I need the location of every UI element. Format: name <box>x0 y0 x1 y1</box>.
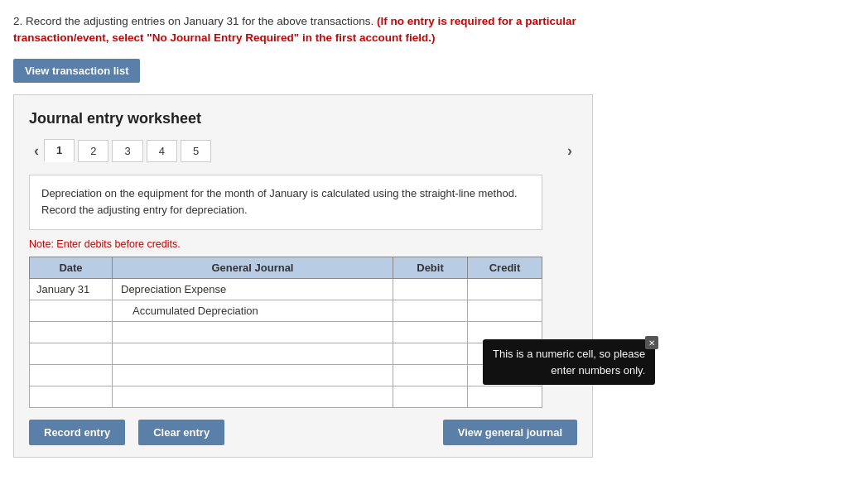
note-text: Note: Enter debits before credits. <box>29 238 577 250</box>
journal-cell-2[interactable] <box>113 322 393 343</box>
table-row <box>30 343 542 365</box>
credit-cell-0[interactable] <box>468 279 542 300</box>
worksheet-title: Journal entry worksheet <box>29 110 577 127</box>
tab-row: ‹ 1 2 3 4 5 › <box>29 139 577 163</box>
tab-3[interactable]: 3 <box>112 140 142 162</box>
tab-4[interactable]: 4 <box>147 140 177 162</box>
journal-cell-5[interactable] <box>113 386 393 408</box>
date-cell-5 <box>30 386 113 408</box>
tooltip-close-button[interactable]: ✕ <box>645 336 658 349</box>
credit-cell-5[interactable] <box>468 386 542 408</box>
journal-cell-0[interactable]: Depreciation Expense <box>113 279 393 300</box>
journal-table: Date General Journal Debit Credit Januar… <box>29 257 542 408</box>
clear-entry-button[interactable]: Clear entry <box>138 420 224 445</box>
instruction-text: 2. Record the adjusting entries on Janua… <box>13 13 593 47</box>
debit-cell-5[interactable] <box>393 386 468 408</box>
tab-next-arrow[interactable]: › <box>562 139 577 163</box>
view-general-journal-button[interactable]: View general journal <box>443 420 577 445</box>
tab-prev-arrow[interactable]: ‹ <box>29 139 44 163</box>
instruction-body: Record the adjusting entries on January … <box>26 15 377 27</box>
instruction-number: 2. <box>13 15 22 27</box>
tooltip-box: ✕ This is a numeric cell, so please ente… <box>483 339 655 385</box>
date-cell-4 <box>30 365 113 386</box>
table-header-row: Date General Journal Debit Credit <box>30 257 542 279</box>
credit-cell-1[interactable]: ✕ This is a numeric cell, so please ente… <box>468 300 542 322</box>
date-cell-0: January 31 <box>30 279 113 300</box>
table-row <box>30 365 542 386</box>
header-debit: Debit <box>393 257 468 279</box>
table-row: Accumulated Depreciation ✕ This is a num… <box>30 300 542 322</box>
table-row <box>30 386 542 408</box>
table-row: January 31 Depreciation Expense <box>30 279 542 300</box>
date-cell-2 <box>30 322 113 343</box>
debit-cell-1[interactable] <box>393 300 468 322</box>
record-entry-button[interactable]: Record entry <box>29 420 125 445</box>
header-credit: Credit <box>468 257 542 279</box>
debit-cell-4[interactable] <box>393 365 468 386</box>
journal-cell-4[interactable] <box>113 365 393 386</box>
journal-cell-3[interactable] <box>113 343 393 365</box>
header-date: Date <box>30 257 113 279</box>
debit-cell-3[interactable] <box>393 343 468 365</box>
tooltip-line1: This is a numeric cell, so please <box>493 348 645 360</box>
date-cell-3 <box>30 343 113 365</box>
debit-cell-2[interactable] <box>393 322 468 343</box>
tab-1[interactable]: 1 <box>44 139 75 162</box>
bottom-buttons: Record entry Clear entry View general jo… <box>29 420 577 445</box>
tab-5[interactable]: 5 <box>181 140 211 162</box>
journal-cell-1[interactable]: Accumulated Depreciation <box>113 300 393 322</box>
tooltip-line2: enter numbers only. <box>551 364 645 377</box>
view-transaction-button[interactable]: View transaction list <box>13 59 140 83</box>
worksheet-container: Journal entry worksheet ‹ 1 2 3 4 5 › De… <box>13 94 593 458</box>
tab-2[interactable]: 2 <box>78 140 108 162</box>
description-box: Depreciation on the equipment for the mo… <box>29 175 542 231</box>
description-text: Depreciation on the equipment for the mo… <box>41 187 518 217</box>
header-journal: General Journal <box>113 257 393 279</box>
date-cell-1 <box>30 300 113 322</box>
debit-cell-0[interactable] <box>393 279 468 300</box>
table-row <box>30 322 542 343</box>
